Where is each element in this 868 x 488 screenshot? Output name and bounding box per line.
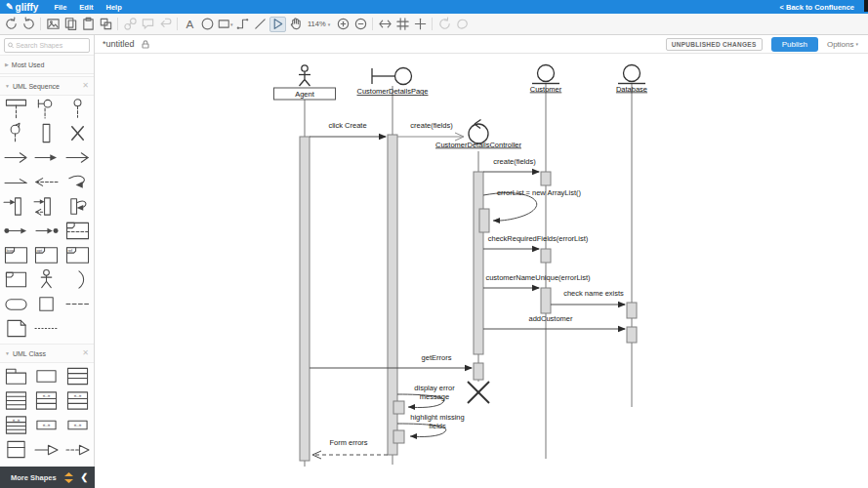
shape-generalization[interactable] bbox=[31, 437, 62, 462]
zoom-to-fit-button[interactable] bbox=[45, 17, 62, 32]
close-icon[interactable]: ✕ bbox=[82, 82, 89, 90]
shape-package[interactable] bbox=[1, 364, 31, 388]
shape-note[interactable] bbox=[1, 316, 31, 341]
lifeline-head-customer[interactable]: Customer bbox=[530, 65, 562, 94]
shape-frame[interactable] bbox=[1, 267, 31, 292]
lifeline-head-database[interactable]: Database bbox=[616, 65, 647, 94]
lifeline-head-customerdetailspage[interactable]: CustomerDetailsPage bbox=[357, 68, 429, 97]
undo-button[interactable] bbox=[3, 17, 20, 32]
connector-button[interactable] bbox=[234, 17, 251, 32]
pointer-button[interactable] bbox=[269, 17, 286, 32]
self-message-display-error[interactable]: display errormessage bbox=[397, 384, 455, 410]
more-shapes-bar[interactable]: More Shapes ❮ bbox=[0, 467, 95, 488]
close-icon[interactable]: ✕ bbox=[82, 349, 89, 357]
menu-edit[interactable]: Edit bbox=[79, 3, 93, 12]
shape-interface-badge-2[interactable]: «..» bbox=[62, 413, 93, 437]
destruction-x[interactable] bbox=[468, 382, 489, 403]
shape-message-return[interactable] bbox=[31, 170, 62, 194]
shape-realization[interactable] bbox=[62, 437, 93, 462]
shape-rounded-rectangle[interactable] bbox=[1, 292, 31, 316]
shape-dashed-line[interactable] bbox=[62, 292, 93, 316]
shape-search-box[interactable] bbox=[4, 38, 90, 53]
shape-class-detailed[interactable] bbox=[62, 364, 93, 388]
zoom-out-button[interactable] bbox=[352, 17, 369, 32]
search-input[interactable] bbox=[16, 42, 86, 49]
add-shape-button[interactable] bbox=[412, 17, 429, 32]
lock-icon[interactable] bbox=[142, 40, 149, 49]
shape-stereotype-header-class[interactable]: «..» bbox=[1, 413, 31, 437]
shape-actor[interactable] bbox=[31, 267, 62, 292]
menu-help[interactable]: Help bbox=[106, 3, 122, 12]
activation-bar[interactable] bbox=[541, 172, 551, 185]
section-header-most-used[interactable]: ▶ Most Used bbox=[0, 55, 94, 74]
section-header-uml-sequence[interactable]: ▼ UML Sequence✕ bbox=[0, 76, 94, 96]
shape-message-self[interactable] bbox=[62, 170, 93, 194]
shape-stereotype-class-2[interactable]: «..» bbox=[62, 388, 93, 413]
grid-toggle-button[interactable] bbox=[394, 17, 411, 32]
more-shapes-label[interactable]: More Shapes bbox=[11, 473, 57, 482]
menu-file[interactable]: File bbox=[54, 3, 66, 12]
drawing-size-button[interactable] bbox=[377, 17, 393, 32]
message-checkrequiredfields-errorlist-[interactable]: checkRequiredFields(errorList) bbox=[483, 234, 589, 252]
shape-class[interactable] bbox=[31, 364, 62, 388]
document-title[interactable]: *untitled bbox=[103, 39, 135, 49]
text-button[interactable]: A bbox=[182, 17, 198, 32]
message-addcustomer[interactable]: addCustomer bbox=[483, 314, 626, 332]
back-to-confluence-link[interactable]: < Back to Confluence bbox=[780, 3, 854, 12]
shape-control-lifeline[interactable] bbox=[1, 121, 31, 145]
shape-activation[interactable] bbox=[31, 121, 62, 145]
shape-destruction[interactable] bbox=[62, 121, 93, 145]
message-create-fields-[interactable]: create(fields) bbox=[397, 121, 464, 141]
self-message-highlight-missing[interactable]: highlight missingfields bbox=[397, 413, 465, 439]
collapse-sidebar-icon[interactable]: ❮ bbox=[80, 472, 88, 482]
drawing-canvas[interactable]: click Createcreate(fields)create(fields)… bbox=[95, 54, 868, 488]
message-click-create[interactable]: click Create bbox=[310, 121, 387, 140]
pan-button[interactable] bbox=[287, 17, 304, 32]
message-check-name-exists[interactable]: check name exists bbox=[551, 289, 626, 307]
shape-class-2[interactable] bbox=[1, 437, 31, 462]
shape-interface-badge[interactable]: «..» bbox=[31, 413, 62, 437]
shape-ref-fragment[interactable]: ref bbox=[62, 243, 93, 267]
shape-activation-self[interactable] bbox=[62, 194, 93, 219]
self-message-errorlist-new-arraylist-[interactable]: errorList = new ArrayList() bbox=[483, 188, 582, 224]
copy-button[interactable] bbox=[62, 17, 79, 32]
shape-activation-return[interactable] bbox=[31, 194, 62, 219]
shape-lost-message[interactable] bbox=[31, 219, 62, 243]
activation-bar[interactable] bbox=[627, 303, 637, 318]
shape-message-sync[interactable] bbox=[1, 145, 31, 170]
shape-found-message[interactable] bbox=[1, 219, 31, 243]
shape-continuation[interactable] bbox=[62, 267, 93, 292]
activation-bar[interactable] bbox=[300, 137, 310, 461]
activation-bar[interactable] bbox=[393, 430, 404, 443]
rectangle-button[interactable]: ▾ bbox=[217, 17, 233, 32]
redo-button[interactable] bbox=[21, 17, 37, 32]
message-create-fields-[interactable]: create(fields) bbox=[483, 157, 540, 175]
activation-bar[interactable] bbox=[393, 401, 404, 414]
shape-dotted-line[interactable] bbox=[31, 316, 62, 341]
shape-entity-lifeline[interactable] bbox=[62, 97, 93, 121]
ellipse-button[interactable] bbox=[199, 17, 216, 32]
zoom-in-button[interactable] bbox=[335, 17, 351, 32]
shape-class-compartments[interactable] bbox=[1, 388, 31, 413]
publish-button[interactable]: Publish bbox=[771, 37, 818, 52]
paste-button[interactable] bbox=[80, 17, 97, 32]
shape-stereotype-class[interactable]: «..» bbox=[31, 388, 62, 413]
zoom-level-dropdown[interactable]: 114%▾ bbox=[308, 20, 330, 28]
activation-bar[interactable] bbox=[479, 209, 489, 232]
section-header-uml-class[interactable]: ▼ UML Class✕ bbox=[0, 344, 94, 363]
sort-shapes-icon[interactable] bbox=[64, 472, 73, 483]
shape-lifeline[interactable] bbox=[1, 97, 31, 121]
activation-bar[interactable] bbox=[541, 249, 551, 263]
shape-rectangle[interactable] bbox=[31, 292, 62, 316]
activation-bar[interactable] bbox=[474, 172, 483, 354]
message-form-errors[interactable]: Form errors bbox=[312, 438, 388, 459]
activation-bar[interactable] bbox=[627, 327, 637, 343]
activation-bar[interactable] bbox=[541, 288, 551, 313]
duplicate-button[interactable] bbox=[98, 17, 114, 32]
sequence-diagram[interactable]: click Createcreate(fields)create(fields)… bbox=[95, 54, 868, 488]
shape-message-halfarrow[interactable] bbox=[1, 170, 31, 194]
lifeline-head-agent[interactable]: Agent bbox=[274, 65, 336, 100]
shape-opt-fragment[interactable]: opt bbox=[31, 243, 62, 267]
shape-message-filled[interactable] bbox=[31, 145, 62, 170]
shape-boundary-lifeline[interactable] bbox=[31, 97, 62, 121]
